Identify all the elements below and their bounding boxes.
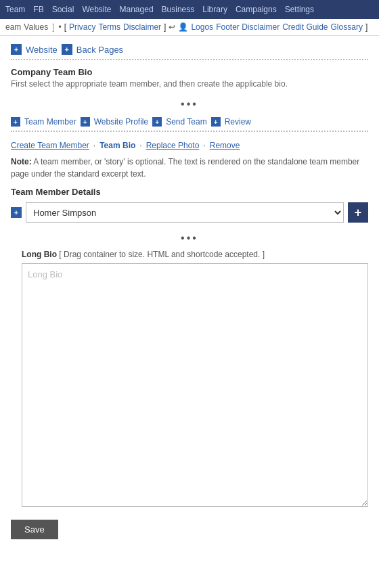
website-section-header: + Website + Back Pages xyxy=(11,44,368,55)
replace-photo-link[interactable]: Replace Photo xyxy=(146,141,200,150)
ellipsis-2: ••• xyxy=(11,229,368,247)
nav-managed[interactable]: Managed xyxy=(120,5,154,14)
website-label: Website xyxy=(26,45,58,55)
long-bio-textarea[interactable] xyxy=(22,263,368,507)
note-content: A team member, or 'story' is optional. T… xyxy=(11,157,359,179)
nav-team[interactable]: Team xyxy=(5,5,25,14)
main-content: + Website + Back Pages Company Team Bio … xyxy=(0,36,379,547)
save-button[interactable]: Save xyxy=(11,520,58,539)
send-team-plus[interactable]: + xyxy=(152,117,162,127)
website-profile-plus[interactable]: + xyxy=(81,117,90,127)
divider-2 xyxy=(11,131,368,132)
undo-icon[interactable]: ↩ xyxy=(169,22,175,32)
create-team-member-link[interactable]: Create Team Member xyxy=(11,141,89,150)
nav-business[interactable]: Business xyxy=(162,5,195,14)
nav-end-bracket: ] xyxy=(365,22,367,32)
sep-1: · xyxy=(93,141,95,150)
team-member-subnav: + Team Member + Website Profile + Send T… xyxy=(11,117,368,127)
back-pages-label: Back Pages xyxy=(76,45,123,55)
nav-bullet-dot: • xyxy=(59,22,62,32)
dropdown-row: + Homer Simpson + xyxy=(11,202,368,223)
team-member-details-title: Team Member Details xyxy=(11,187,368,197)
long-bio-hint: [ Drag container to size. HTML and short… xyxy=(59,250,265,259)
note-label: Note: xyxy=(11,157,32,166)
secondary-nav: eam Values ] • [ Privacy Terms Disclaime… xyxy=(0,19,379,36)
nav-bracket-open: [ xyxy=(64,22,66,32)
review-plus[interactable]: + xyxy=(211,117,221,127)
nav-footer-disclaimer-link[interactable]: Footer Disclaimer xyxy=(216,22,280,32)
back-pages-plus-icon[interactable]: + xyxy=(62,44,72,55)
nav-website[interactable]: Website xyxy=(82,5,111,14)
company-bio-subtitle: First select the appropriate team member… xyxy=(11,79,368,89)
team-member-label[interactable]: Team Member xyxy=(24,117,76,127)
nav-disclaimer-link[interactable]: Disclaimer xyxy=(123,22,161,32)
member-plus-icon[interactable]: + xyxy=(11,207,22,218)
review-link[interactable]: Review xyxy=(225,117,251,127)
nav-privacy-link[interactable]: Privacy xyxy=(69,22,95,32)
nav-logos-link[interactable]: Logos xyxy=(191,22,213,32)
nav-fb[interactable]: FB xyxy=(33,5,43,14)
sep-2: · xyxy=(139,141,141,150)
nav-campaigns[interactable]: Campaigns xyxy=(236,5,277,14)
person-icon: 👤 xyxy=(178,22,188,32)
top-nav: Team FB Social Website Managed Business … xyxy=(0,0,379,19)
website-plus-icon[interactable]: + xyxy=(11,44,22,55)
nav-values: Values xyxy=(24,22,48,32)
long-bio-label-row: Long Bio [ Drag container to size. HTML … xyxy=(22,250,368,259)
website-profile-link[interactable]: Website Profile xyxy=(94,117,148,127)
action-links: Create Team Member · Team Bio · Replace … xyxy=(11,140,368,150)
nav-glossary-link[interactable]: Glossary xyxy=(331,22,363,32)
team-member-plus[interactable]: + xyxy=(11,117,20,127)
nav-credit-guide-link[interactable]: Credit Guide xyxy=(282,22,328,32)
company-bio-title: Company Team Bio xyxy=(11,67,368,77)
nav-settings[interactable]: Settings xyxy=(285,5,314,14)
nav-bracket-close: ] xyxy=(164,22,166,32)
nav-terms-link[interactable]: Terms xyxy=(98,22,120,32)
nav-team-prefix: eam xyxy=(5,22,21,32)
ellipsis-1: ••• xyxy=(11,95,368,113)
nav-library[interactable]: Library xyxy=(202,5,227,14)
divider-1 xyxy=(11,59,368,60)
nav-bullet: ] xyxy=(52,22,54,32)
sep-3: · xyxy=(203,141,205,150)
note-text: Note: A team member, or 'story' is optio… xyxy=(11,156,368,180)
add-member-button[interactable]: + xyxy=(348,202,368,223)
company-bio-section: Company Team Bio First select the approp… xyxy=(11,67,368,89)
nav-social[interactable]: Social xyxy=(52,5,74,14)
remove-link[interactable]: Remove xyxy=(210,141,240,150)
team-bio-link[interactable]: Team Bio xyxy=(99,141,135,150)
send-team-link[interactable]: Send Team xyxy=(166,117,207,127)
member-select[interactable]: Homer Simpson xyxy=(26,202,344,223)
long-bio-heading: Long Bio xyxy=(22,250,57,259)
